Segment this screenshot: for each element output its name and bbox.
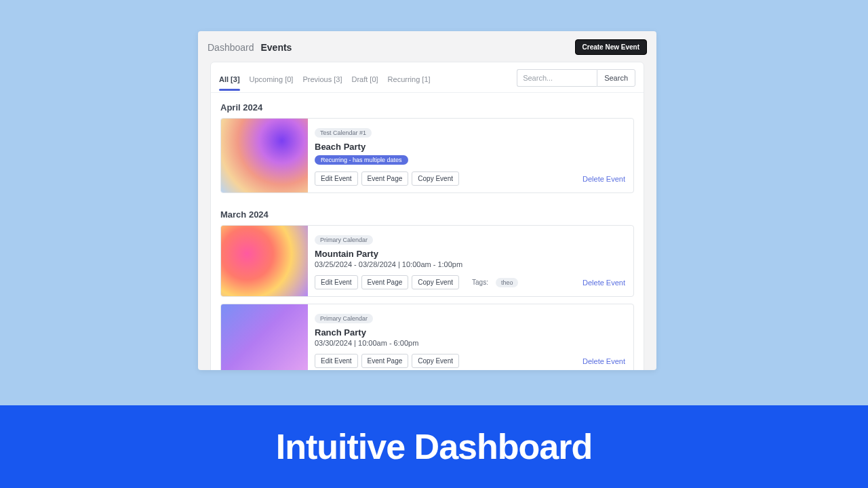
event-page-button[interactable]: Event Page [361, 171, 409, 186]
tab-previous[interactable]: Previous [3] [302, 71, 342, 90]
event-page-button[interactable]: Event Page [361, 354, 409, 368]
topbar: Dashboard Events Create New Event [198, 31, 656, 62]
copy-event-button[interactable]: Copy Event [412, 275, 459, 289]
delete-event-link[interactable]: Delete Event [583, 279, 625, 287]
event-thumbnail [221, 304, 308, 370]
calendar-badge: Primary Calendar [315, 235, 373, 245]
event-card: Test Calendar #1 Beach Party Recurring -… [220, 118, 634, 193]
search-input[interactable] [517, 69, 597, 87]
event-datetime: 03/30/2024 | 10:00am - 6:00pm [315, 339, 625, 347]
event-card: Primary Calendar Mountain Party 03/25/20… [220, 225, 634, 297]
edit-event-button[interactable]: Edit Event [315, 354, 358, 368]
edit-event-button[interactable]: Edit Event [315, 171, 358, 186]
edit-event-button[interactable]: Edit Event [315, 275, 358, 289]
tags-label: Tags: [472, 279, 488, 286]
month-heading: March 2024 [211, 200, 644, 225]
event-title: Mountain Party [315, 249, 625, 259]
delete-event-link[interactable]: Delete Event [583, 175, 625, 183]
copy-event-button[interactable]: Copy Event [412, 171, 459, 186]
event-page-button[interactable]: Event Page [361, 275, 409, 289]
promo-banner: Intuitive Dashboard [0, 405, 868, 488]
event-datetime: 03/25/2024 - 03/28/2024 | 10:00am - 1:00… [315, 260, 625, 268]
breadcrumb: Dashboard Events [208, 42, 292, 53]
delete-event-link[interactable]: Delete Event [583, 357, 625, 365]
event-body: Primary Calendar Ranch Party 03/30/2024 … [308, 304, 633, 370]
tabs: All [3] Upcoming [0] Previous [3] Draft … [219, 71, 431, 90]
event-body: Primary Calendar Mountain Party 03/25/20… [308, 226, 633, 296]
create-new-event-button[interactable]: Create New Event [575, 39, 647, 55]
tabs-row: All [3] Upcoming [0] Previous [3] Draft … [211, 62, 644, 93]
event-title: Ranch Party [315, 327, 625, 338]
breadcrumb-current: Events [261, 42, 292, 53]
banner-text: Intuitive Dashboard [276, 426, 592, 467]
event-thumbnail [221, 119, 308, 192]
event-card: Primary Calendar Ranch Party 03/30/2024 … [220, 304, 634, 370]
event-body: Test Calendar #1 Beach Party Recurring -… [308, 119, 633, 192]
app-window: Dashboard Events Create New Event All [3… [198, 31, 656, 370]
tab-draft[interactable]: Draft [0] [351, 71, 378, 90]
searchbar: Search [517, 69, 635, 87]
events-panel: All [3] Upcoming [0] Previous [3] Draft … [210, 62, 644, 370]
recurring-pill: Recurring - has multiple dates [315, 155, 408, 165]
event-title: Beach Party [315, 142, 625, 152]
tab-upcoming[interactable]: Upcoming [0] [250, 71, 294, 90]
tab-all[interactable]: All [3] [219, 71, 240, 90]
search-button[interactable]: Search [597, 69, 635, 87]
event-thumbnail [221, 226, 308, 296]
calendar-badge: Primary Calendar [315, 314, 373, 323]
month-heading: April 2024 [211, 93, 644, 118]
tag[interactable]: theo [496, 278, 519, 287]
copy-event-button[interactable]: Copy Event [412, 354, 459, 368]
breadcrumb-parent[interactable]: Dashboard [208, 42, 254, 53]
calendar-badge: Test Calendar #1 [315, 128, 372, 138]
tab-recurring[interactable]: Recurring [1] [388, 71, 431, 90]
